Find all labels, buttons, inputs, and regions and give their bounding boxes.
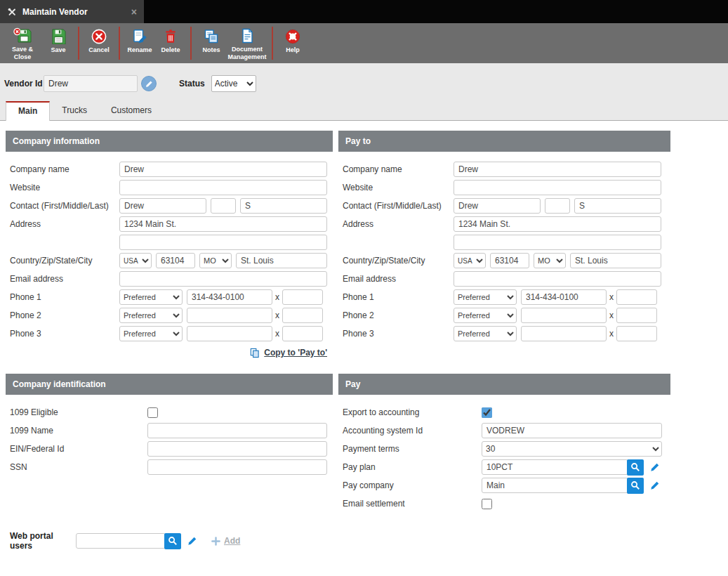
- payment-terms-row: Payment terms 30: [338, 440, 670, 458]
- tab-trucks[interactable]: Trucks: [50, 101, 99, 120]
- help-button[interactable]: Help: [277, 24, 308, 63]
- country-zip-state-city-label: Country/Zip/State/City: [343, 256, 454, 266]
- accounting-system-id-row: Accounting system Id: [338, 421, 670, 440]
- notes-button[interactable]: Notes: [196, 24, 227, 63]
- cancel-button[interactable]: Cancel: [84, 24, 114, 63]
- pt-company-name-input[interactable]: [454, 162, 661, 177]
- ci-address2-input[interactable]: [119, 235, 327, 250]
- country-zip-state-city-row: Country/Zip/State/City USA MO: [338, 251, 670, 270]
- ci-zip-input[interactable]: [156, 253, 195, 268]
- ci-phone2-type-select[interactable]: Preferred: [119, 308, 183, 323]
- ci-contact-middle-input[interactable]: [211, 198, 236, 214]
- address-row: Address: [6, 215, 333, 233]
- pay-company-input[interactable]: [482, 478, 628, 493]
- toolbar-separator: [272, 27, 273, 60]
- pay-plan-label: Pay plan: [343, 462, 482, 472]
- window-tab[interactable]: Maintain Vendor ×: [0, 0, 144, 23]
- pt-country-select[interactable]: USA: [454, 253, 486, 268]
- ext-label: x: [275, 329, 279, 339]
- pt-phone1-type-select[interactable]: Preferred: [454, 289, 517, 305]
- pay-company-search-button[interactable]: [627, 478, 644, 494]
- pt-city-input[interactable]: [570, 253, 661, 268]
- 1099-name-row: 1099 Name: [6, 421, 333, 440]
- pt-address1-input[interactable]: [454, 216, 661, 232]
- form-header: Vendor Id Status Active Main Trucks Cust…: [0, 63, 728, 121]
- pt-phone3-number-input[interactable]: [521, 326, 607, 341]
- tab-main[interactable]: Main: [6, 101, 50, 121]
- save-close-button[interactable]: Save & Close: [2, 24, 43, 63]
- ci-company-name-input[interactable]: [119, 162, 327, 177]
- email-row: Email address: [6, 270, 333, 288]
- 1099-eligible-checkbox[interactable]: [147, 407, 158, 418]
- email-settlement-checkbox[interactable]: [482, 499, 492, 509]
- 1099-name-input[interactable]: [147, 423, 327, 438]
- pay-plan-input[interactable]: [482, 459, 628, 475]
- ci-contact-first-input[interactable]: [119, 198, 206, 214]
- web-portal-users-input[interactable]: [76, 533, 166, 549]
- ci-city-input[interactable]: [236, 253, 327, 268]
- ci-address1-input[interactable]: [119, 216, 327, 232]
- pt-phone1-ext-input[interactable]: [616, 289, 657, 305]
- phone3-label: Phone 3: [343, 329, 454, 339]
- rename-button[interactable]: Rename: [124, 24, 155, 63]
- pt-phone2-ext-input[interactable]: [616, 308, 657, 323]
- pay-plan-search-button[interactable]: [627, 459, 644, 476]
- vendor-id-edit-button[interactable]: [141, 76, 157, 91]
- phone1-label: Phone 1: [10, 292, 119, 302]
- status-select[interactable]: Active: [211, 75, 256, 92]
- save-button[interactable]: Save: [43, 24, 74, 63]
- pt-contact-last-input[interactable]: [574, 198, 661, 214]
- ci-phone1-type-select[interactable]: Preferred: [119, 289, 183, 305]
- ssn-row: SSN: [6, 458, 333, 476]
- ci-phone3-ext-input[interactable]: [282, 326, 323, 341]
- close-icon[interactable]: ×: [131, 7, 137, 17]
- pt-email-input[interactable]: [454, 271, 661, 287]
- web-portal-users-edit-button[interactable]: [187, 536, 197, 546]
- ci-phone2-number-input[interactable]: [187, 308, 272, 323]
- ext-label: x: [609, 310, 614, 320]
- add-web-portal-user-button[interactable]: Add: [211, 536, 240, 546]
- ci-phone1-ext-input[interactable]: [282, 289, 323, 305]
- web-portal-users-search-button[interactable]: [164, 533, 181, 549]
- pt-website-input[interactable]: [454, 180, 661, 195]
- company-name-label: Company name: [343, 164, 454, 174]
- pt-phone1-number-input[interactable]: [521, 289, 607, 305]
- pt-contact-first-input[interactable]: [454, 198, 541, 214]
- ci-country-select[interactable]: USA: [119, 253, 152, 268]
- ci-phone3-number-input[interactable]: [187, 326, 272, 341]
- export-to-accounting-checkbox[interactable]: [482, 407, 492, 418]
- payment-terms-label: Payment terms: [343, 444, 482, 454]
- document-management-button[interactable]: Document Management: [227, 24, 267, 63]
- ein-label: EIN/Federal Id: [10, 444, 147, 454]
- ssn-input[interactable]: [147, 459, 327, 475]
- ci-phone2-ext-input[interactable]: [282, 308, 323, 323]
- pt-state-select[interactable]: MO: [534, 253, 566, 268]
- pt-address2-input[interactable]: [454, 235, 661, 250]
- ci-website-input[interactable]: [119, 180, 327, 195]
- copy-to-pay-to-link[interactable]: Copy to 'Pay to': [264, 348, 327, 358]
- pt-phone2-number-input[interactable]: [521, 308, 607, 323]
- search-icon: [630, 480, 640, 490]
- ci-phone1-number-input[interactable]: [187, 289, 272, 305]
- pay-plan-edit-button[interactable]: [650, 462, 660, 472]
- pt-zip-input[interactable]: [490, 253, 529, 268]
- pt-phone3-ext-input[interactable]: [616, 326, 657, 341]
- pay-company-edit-button[interactable]: [650, 480, 660, 490]
- phone2-label: Phone 2: [10, 310, 119, 320]
- pt-phone3-type-select[interactable]: Preferred: [454, 326, 517, 341]
- email-label: Email address: [343, 274, 454, 284]
- ci-email-input[interactable]: [119, 271, 327, 287]
- ein-input[interactable]: [147, 441, 327, 457]
- delete-button[interactable]: Delete: [155, 24, 186, 63]
- payment-terms-select[interactable]: 30: [482, 441, 662, 457]
- pt-phone2-type-select[interactable]: Preferred: [454, 308, 517, 323]
- tab-customers[interactable]: Customers: [99, 101, 164, 120]
- ci-contact-last-input[interactable]: [240, 198, 327, 214]
- pt-contact-middle-input[interactable]: [545, 198, 570, 214]
- vendor-id-input[interactable]: [44, 75, 138, 92]
- ci-phone3-type-select[interactable]: Preferred: [119, 326, 183, 341]
- ci-state-select[interactable]: MO: [199, 253, 232, 268]
- ext-label: x: [275, 292, 279, 302]
- accounting-system-id-input[interactable]: [482, 423, 662, 438]
- company-name-label: Company name: [10, 164, 119, 174]
